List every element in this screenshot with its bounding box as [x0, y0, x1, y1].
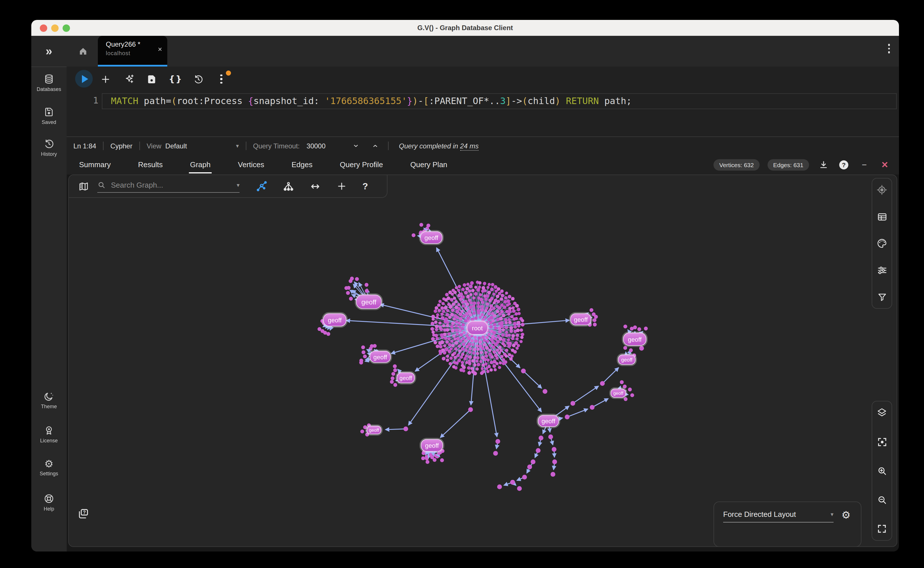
graph-node-dot[interactable] [477, 301, 480, 305]
graph-node-dot[interactable] [498, 346, 501, 349]
graph-node-dot[interactable] [457, 354, 460, 357]
graph-node-dot[interactable] [476, 356, 479, 360]
graph-node-dot[interactable] [481, 367, 484, 370]
graph-node-dot[interactable] [481, 313, 484, 316]
graph-node-dot[interactable] [348, 279, 353, 283]
graph-node-dot[interactable] [501, 294, 504, 297]
graph-node-dot[interactable] [442, 324, 445, 327]
locate-button[interactable] [876, 184, 888, 196]
graph-node-dot[interactable] [485, 307, 488, 310]
graph-node-dot[interactable] [495, 439, 500, 444]
collapse-up-button[interactable] [369, 140, 381, 151]
graph-node-dot[interactable] [483, 358, 487, 361]
graph-node-dot[interactable] [629, 348, 633, 352]
graph-node-dot[interactable] [508, 295, 512, 299]
graph-node-dot[interactable] [489, 325, 493, 329]
tab-query-profile[interactable]: Query Profile [339, 155, 384, 174]
graph-node-dot[interactable] [484, 351, 487, 354]
graph-node-dot[interactable] [461, 301, 464, 304]
graph-node-dot[interactable] [495, 357, 499, 360]
graph-node-dot[interactable] [495, 362, 498, 365]
fullscreen-button[interactable] [876, 523, 888, 535]
layers-button[interactable] [876, 407, 888, 418]
graph-node-dot[interactable] [478, 281, 482, 285]
graph-node-dot[interactable] [472, 304, 475, 308]
graph-node-dot[interactable] [438, 349, 442, 353]
graph-node-dot[interactable] [326, 332, 330, 336]
graph-node-dot[interactable] [455, 320, 458, 323]
graph-node-dot[interactable] [458, 344, 461, 348]
graph-node-dot[interactable] [491, 319, 495, 322]
graph-node-dot[interactable] [436, 337, 439, 340]
graph-node-dot[interactable] [493, 451, 498, 456]
graph-node-dot[interactable] [435, 328, 438, 331]
graph-node-dot[interactable] [426, 460, 430, 464]
graph-node-dot[interactable] [477, 305, 480, 308]
graph-node-dot[interactable] [465, 361, 468, 364]
graph-node-dot[interactable] [468, 309, 471, 313]
graph-node-dot[interactable] [447, 303, 451, 306]
graph-node-dot[interactable] [459, 317, 463, 321]
graph-node-dot[interactable] [486, 340, 489, 343]
graph-node-dot[interactable] [450, 357, 453, 360]
graph-node-dot[interactable] [471, 367, 474, 370]
graph-node-dot[interactable] [447, 296, 450, 300]
graph-node-dot[interactable] [461, 364, 464, 367]
graph-node-dot[interactable] [443, 344, 446, 347]
layout-select[interactable]: Force Directed Layout ▾ [723, 510, 833, 523]
graph-node-dot[interactable] [479, 293, 482, 296]
graph-node-dot[interactable] [512, 334, 515, 338]
results-help-button[interactable]: ? [838, 159, 850, 171]
graph-node-dot[interactable] [477, 363, 480, 366]
graph-node-dot[interactable] [600, 381, 605, 386]
graph-node-dot[interactable] [488, 344, 492, 347]
graph-node-dot[interactable] [362, 350, 365, 354]
graph-node-dot[interactable] [391, 372, 395, 376]
graph-node-dot[interactable] [511, 297, 514, 301]
graph-node-dot[interactable] [468, 407, 473, 412]
graph-node-dot[interactable] [487, 291, 491, 295]
graph-node-dot[interactable] [593, 323, 597, 327]
graph-node-dot[interactable] [434, 320, 438, 324]
graph-node-dot[interactable] [365, 283, 369, 287]
graph-node-dot[interactable] [455, 361, 459, 365]
tab-query-plan[interactable]: Query Plan [409, 155, 448, 174]
graph-node-dot[interactable] [438, 341, 442, 345]
graph-node-dot[interactable] [492, 345, 495, 349]
graph-node-dot[interactable] [512, 309, 516, 313]
graph-node-dot[interactable] [361, 345, 365, 349]
graph-node-dot[interactable] [521, 319, 524, 322]
graph-node-dot[interactable] [442, 357, 445, 361]
graph-node-dot[interactable] [507, 318, 510, 321]
graph-node-dot[interactable] [505, 349, 508, 352]
graph-node-dot[interactable] [509, 329, 513, 333]
search-input[interactable] [110, 180, 233, 190]
graph-node-dot[interactable] [433, 341, 437, 344]
graph-node-dot[interactable] [466, 316, 470, 320]
graph-node-dot[interactable] [469, 285, 473, 288]
sidebar-item-history[interactable]: History [31, 138, 67, 165]
graph-node-dot[interactable] [446, 355, 449, 358]
graph-node-dot[interactable] [493, 314, 497, 317]
graph-node-dot[interactable] [425, 456, 429, 461]
graph-node-dot[interactable] [433, 309, 437, 313]
graph-node-dot[interactable] [471, 370, 475, 373]
graph-node-dot[interactable] [542, 389, 547, 394]
graph-node-dot[interactable] [623, 346, 627, 350]
graph-node-dot[interactable] [503, 344, 506, 347]
graph-node-dot[interactable] [516, 328, 520, 332]
graph-node-dot[interactable] [459, 329, 462, 332]
graph-node-dot[interactable] [460, 356, 463, 359]
graph-node-dot[interactable] [485, 336, 489, 339]
graph-node-dot[interactable] [465, 287, 469, 290]
tab-close-button[interactable]: × [158, 45, 162, 53]
graph-node-dot[interactable] [513, 350, 517, 353]
graph-node-dot[interactable] [448, 316, 451, 319]
graph-node-dot[interactable] [502, 362, 505, 365]
ai-assist-button[interactable] [123, 73, 135, 85]
graph-node-dot[interactable] [468, 350, 471, 353]
graph-canvas[interactable]: geoffgeoffgeoffgeoffgeoffgeoffgeoffgeoff… [69, 175, 897, 546]
graph-node-dot[interactable] [550, 472, 555, 477]
graph-node-dot[interactable] [430, 327, 434, 331]
graph-node-dot[interactable] [589, 308, 594, 312]
